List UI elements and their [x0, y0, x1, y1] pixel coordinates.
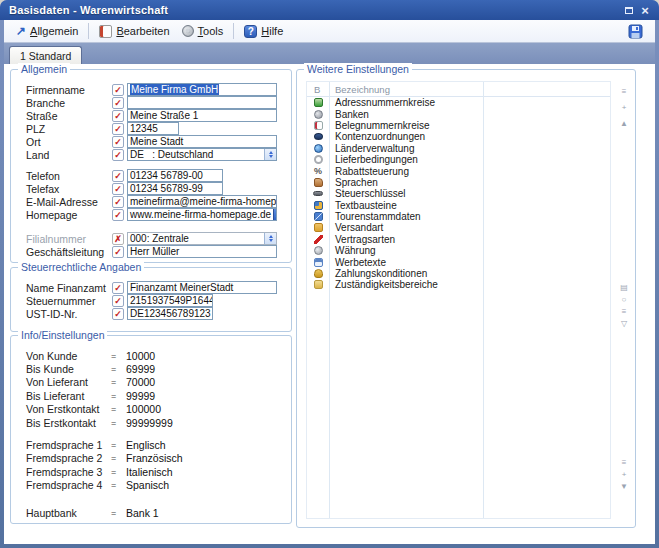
move-up-icon[interactable]: ▲	[618, 119, 630, 128]
strasse-input[interactable]: Meine Straße 1	[127, 109, 277, 122]
toolbar: ↗ Allgemein Bearbeiten Tools ? Hilfe	[4, 20, 655, 43]
field-row-finanzamt: Name Finanzamt ✓ Finanzamt MeinerStadt	[11, 281, 291, 294]
telefax-input[interactable]: 01234 56789-99	[127, 182, 223, 195]
group-title: Weitere Einstellungen	[304, 63, 412, 75]
restore-icon	[625, 7, 633, 14]
list-item-textbausteine[interactable]: Textbausteine	[307, 200, 610, 211]
help-icon: ?	[244, 25, 257, 38]
column-header-bezeichnung[interactable]: Bezeichnung	[329, 84, 390, 95]
open-url-icon[interactable]: →	[273, 209, 277, 220]
list-icon[interactable]: ≡	[618, 458, 630, 467]
info-row: Fremdsprache 4=Spanisch	[11, 479, 291, 492]
land-dropdown[interactable]: DE : Deutschland	[127, 148, 277, 161]
list-item-banken[interactable]: Banken	[307, 108, 610, 119]
list-item-tourenstammdaten[interactable]: Tourenstammdaten	[307, 211, 610, 222]
list-item-vertragsarten[interactable]: Vertragsarten	[307, 234, 610, 245]
info-row: Hauptbank=Bank 1	[11, 506, 291, 519]
email-input[interactable]: meinefirma@meine-firma-homepage.de	[127, 195, 277, 208]
spinner-icon[interactable]	[264, 233, 276, 244]
panel-icon[interactable]: ▤	[618, 283, 630, 292]
tab-standard[interactable]: 1 Standard	[9, 46, 82, 64]
group-title: Info/Einstellungen	[18, 329, 107, 341]
menu-allgemein[interactable]: ↗ Allgemein	[10, 22, 84, 40]
branche-input[interactable]	[127, 96, 277, 109]
menu-hilfe[interactable]: ? Hilfe	[238, 23, 289, 40]
move-down-icon[interactable]: ▼	[618, 482, 630, 491]
field-row-branche: Branche ✓	[11, 96, 291, 109]
add-icon[interactable]: +	[618, 103, 630, 112]
arrow-ne-icon: ↗	[16, 24, 26, 38]
apply-check-icon[interactable]: ✓	[112, 149, 124, 161]
apply-check-icon[interactable]: ✓	[112, 170, 124, 182]
titlebar: Basisdaten - Warenwirtschaft ×	[0, 0, 659, 20]
list-item-lieferbedingungen[interactable]: Lieferbedingungen	[307, 154, 610, 165]
apply-check-icon[interactable]: ✓	[112, 97, 124, 109]
filter-icon[interactable]: ▽	[618, 319, 630, 328]
firmenname-input[interactable]: Meine Firma GmbH	[127, 83, 277, 96]
field-row-plz: PLZ ✓ 12345	[11, 122, 291, 135]
apply-check-icon[interactable]: ✓	[112, 295, 124, 307]
collapse-icon[interactable]: ≡	[618, 87, 630, 96]
apply-check-icon[interactable]: ✓	[112, 282, 124, 294]
menu-tools[interactable]: Tools	[176, 23, 230, 39]
geschaeftsleitung-input[interactable]: Herr Müller	[127, 245, 277, 258]
group-title: Steuerrechtliche Angaben	[18, 261, 144, 273]
filialnummer-dropdown[interactable]: 000: Zentrale	[127, 232, 277, 245]
list-item-belegnummernkreise[interactable]: Belegnummernkreise	[307, 120, 610, 131]
field-row-homepage: Homepage ✓ www.meine-firma-homepage.de →	[11, 208, 291, 221]
ustid-input[interactable]: DE123456789123	[127, 307, 213, 320]
bank-coins-icon	[314, 110, 323, 119]
list-header: B Bezeichnung	[307, 82, 610, 97]
plz-input[interactable]: 12345	[127, 122, 179, 135]
ort-input[interactable]: Meine Stadt	[127, 135, 277, 148]
list-item-sprachen[interactable]: Sprachen	[307, 177, 610, 188]
apply-check-icon[interactable]: ✓	[112, 136, 124, 148]
apply-check-icon[interactable]: ✓	[112, 246, 124, 258]
apply-check-icon[interactable]: ✓	[112, 209, 124, 221]
apply-check-icon[interactable]: ✓	[112, 84, 124, 96]
add-icon[interactable]: +	[618, 470, 630, 479]
list-item-laenderverwaltung[interactable]: Länderverwaltung	[307, 143, 610, 154]
list-item-waehrung[interactable]: Währung	[307, 245, 610, 256]
list-item-zahlungskonditionen[interactable]: Zahlungskonditionen	[307, 268, 610, 279]
info-row: Fremdsprache 1=Englisch	[11, 438, 291, 451]
spinner-icon[interactable]	[264, 149, 276, 160]
telefon-input[interactable]: 01234 56789-00	[127, 169, 223, 182]
delivery-ring-icon	[314, 155, 323, 164]
notebook-icon	[99, 25, 112, 38]
sort-icon[interactable]: ≡	[618, 307, 630, 316]
apply-check-icon[interactable]: ✓	[112, 196, 124, 208]
search-icon[interactable]: ○	[618, 295, 630, 304]
list-item-zustaendigkeitsbereiche[interactable]: Zuständigkeitsbereiche	[307, 279, 610, 290]
apply-check-icon[interactable]: ✓	[112, 308, 124, 320]
apply-check-icon[interactable]: ✓	[112, 110, 124, 122]
tax-key-icon	[313, 191, 323, 196]
save-button[interactable]	[626, 22, 645, 41]
list-item-steuerschluessel[interactable]: Steuerschlüssel	[307, 188, 610, 199]
steuernummer-input[interactable]: 2151937549P1644	[127, 294, 213, 307]
info-row: Bis Lieferant=99999	[11, 389, 291, 402]
document-numbers-icon	[314, 121, 323, 130]
list-item-versandart[interactable]: Versandart	[307, 222, 610, 233]
column-header-b[interactable]: B	[307, 84, 329, 95]
info-row: Von Erstkontakt=100000	[11, 403, 291, 416]
save-icon	[628, 24, 643, 39]
blocked-cross-icon[interactable]: ✗	[112, 233, 124, 245]
apply-check-icon[interactable]: ✓	[112, 183, 124, 195]
list-item-kontenzuordnungen[interactable]: Kontenzuordnungen	[307, 131, 610, 142]
toolbar-separator	[88, 23, 89, 39]
restore-button[interactable]	[621, 3, 637, 17]
close-button[interactable]: ×	[637, 3, 653, 17]
homepage-input[interactable]: www.meine-firma-homepage.de →	[127, 208, 277, 221]
group-info: Info/Einstellungen Von Kunde=10000 Bis K…	[10, 335, 292, 524]
menu-bearbeiten[interactable]: Bearbeiten	[93, 23, 175, 40]
window-title: Basisdaten - Warenwirtschaft	[9, 4, 621, 16]
list-item-rabattsteuerung[interactable]: %Rabattsteuerung	[307, 165, 610, 176]
group-weitere: Weitere Einstellungen B Bezeichnung Adre…	[296, 69, 636, 528]
apply-check-icon[interactable]: ✓	[112, 123, 124, 135]
finanzamt-input[interactable]: Finanzamt MeinerStadt	[127, 281, 277, 294]
list-item-werbetexte[interactable]: Werbetexte	[307, 256, 610, 267]
list-item-adressnummernkreise[interactable]: Adressnummernkreise	[307, 97, 610, 108]
field-row-ort: Ort ✓ Meine Stadt	[11, 135, 291, 148]
account-disc-icon	[314, 133, 323, 140]
